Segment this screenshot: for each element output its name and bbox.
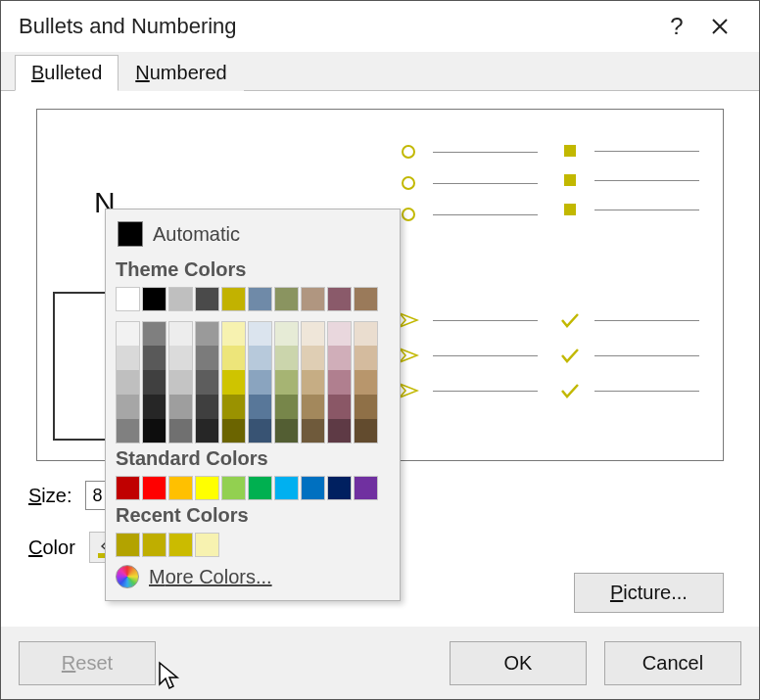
automatic-swatch: [118, 221, 143, 247]
color-swatch[interactable]: [168, 419, 193, 443]
color-swatch[interactable]: [274, 370, 299, 395]
color-swatch[interactable]: [168, 370, 193, 395]
bullet-style-grid: [392, 127, 705, 450]
color-swatch[interactable]: [301, 476, 325, 500]
more-colors-option[interactable]: More Colors...: [116, 559, 390, 588]
color-swatch[interactable]: [142, 287, 166, 311]
tab-numbered[interactable]: Numbered: [119, 55, 243, 91]
color-swatch[interactable]: [116, 346, 140, 370]
color-swatch[interactable]: [301, 346, 325, 370]
picture-button[interactable]: Picture...: [574, 573, 724, 613]
color-swatch[interactable]: [274, 346, 299, 370]
color-swatch[interactable]: [221, 346, 246, 370]
color-swatch[interactable]: [248, 476, 272, 500]
color-swatch[interactable]: [274, 419, 299, 443]
color-swatch[interactable]: [116, 370, 140, 395]
footer: Reset OK Cancel: [1, 627, 759, 699]
color-swatch[interactable]: [142, 346, 166, 370]
tabstrip: Bulleted Numbered: [1, 52, 759, 91]
color-swatch[interactable]: [248, 370, 272, 395]
color-swatch[interactable]: [274, 287, 299, 311]
color-swatch[interactable]: [301, 287, 325, 311]
color-swatch[interactable]: [195, 321, 219, 346]
color-swatch[interactable]: [142, 419, 166, 443]
recent-colors-heading: Recent Colors: [116, 504, 390, 527]
titlebar: Bullets and Numbering ?: [1, 1, 759, 52]
bullet-option-arrow[interactable]: [392, 294, 544, 450]
color-swatch[interactable]: [301, 395, 325, 419]
color-swatch[interactable]: [327, 346, 352, 370]
color-swatch[interactable]: [116, 287, 140, 311]
color-swatch[interactable]: [195, 395, 219, 419]
standard-colors-row: [116, 476, 390, 500]
color-swatch[interactable]: [116, 395, 140, 419]
color-swatch[interactable]: [248, 395, 272, 419]
color-swatch[interactable]: [248, 346, 272, 370]
close-icon[interactable]: [698, 17, 741, 36]
color-swatch[interactable]: [354, 287, 378, 311]
color-swatch[interactable]: [248, 419, 272, 443]
color-swatch[interactable]: [274, 321, 299, 346]
color-swatch[interactable]: [354, 395, 378, 419]
color-swatch[interactable]: [116, 419, 140, 443]
color-swatch[interactable]: [221, 419, 246, 443]
color-swatch[interactable]: [248, 321, 272, 346]
size-label: Size:: [28, 485, 71, 507]
color-swatch[interactable]: [142, 533, 166, 557]
color-swatch[interactable]: [168, 395, 193, 419]
color-swatch[interactable]: [221, 370, 246, 395]
color-swatch[interactable]: [327, 395, 352, 419]
cancel-button[interactable]: Cancel: [604, 641, 741, 685]
color-swatch[interactable]: [195, 419, 219, 443]
color-swatch[interactable]: [116, 533, 140, 557]
color-swatch[interactable]: [354, 370, 378, 395]
color-swatch[interactable]: [142, 321, 166, 346]
color-swatch[interactable]: [116, 476, 140, 500]
color-swatch[interactable]: [195, 476, 219, 500]
color-swatch[interactable]: [116, 321, 140, 346]
color-swatch[interactable]: [221, 476, 246, 500]
color-swatch[interactable]: [142, 370, 166, 395]
color-swatch[interactable]: [354, 419, 378, 443]
color-swatch[interactable]: [301, 419, 325, 443]
color-swatch[interactable]: [195, 287, 219, 311]
color-swatch[interactable]: [354, 321, 378, 346]
bullet-option-filled-square[interactable]: [553, 127, 705, 284]
color-swatch[interactable]: [142, 395, 166, 419]
color-swatch[interactable]: [195, 346, 219, 370]
color-swatch[interactable]: [168, 287, 193, 311]
color-swatch[interactable]: [327, 287, 352, 311]
color-swatch[interactable]: [274, 476, 299, 500]
ok-button[interactable]: OK: [450, 641, 587, 685]
color-swatch[interactable]: [221, 287, 246, 311]
bullet-option-checkmark[interactable]: [553, 294, 705, 450]
color-swatch[interactable]: [221, 395, 246, 419]
bullet-option-open-circle[interactable]: [392, 127, 544, 284]
automatic-color-option[interactable]: Automatic: [116, 217, 390, 255]
color-swatch[interactable]: [301, 370, 325, 395]
color-swatch[interactable]: [327, 370, 352, 395]
color-swatch[interactable]: [168, 321, 193, 346]
color-swatch[interactable]: [221, 321, 246, 346]
color-swatch[interactable]: [301, 321, 325, 346]
color-swatch[interactable]: [142, 476, 166, 500]
color-swatch[interactable]: [248, 287, 272, 311]
color-swatch[interactable]: [195, 533, 219, 557]
help-icon[interactable]: ?: [655, 13, 698, 40]
color-swatch[interactable]: [195, 370, 219, 395]
color-swatch[interactable]: [168, 533, 193, 557]
color-swatch[interactable]: [327, 476, 352, 500]
color-swatch[interactable]: [354, 346, 378, 370]
theme-colors-shades: [116, 321, 390, 443]
color-picker-popup: Automatic Theme Colors Standard Colors R…: [105, 209, 401, 601]
color-swatch[interactable]: [274, 395, 299, 419]
color-swatch[interactable]: [327, 419, 352, 443]
tab-bulleted[interactable]: Bulleted: [15, 55, 119, 91]
color-swatch[interactable]: [327, 321, 352, 346]
dialog-title: Bullets and Numbering: [19, 14, 655, 39]
color-swatch[interactable]: [168, 476, 193, 500]
reset-button: Reset: [19, 641, 156, 685]
theme-colors-heading: Theme Colors: [116, 258, 390, 281]
color-swatch[interactable]: [354, 476, 378, 500]
color-swatch[interactable]: [168, 346, 193, 370]
